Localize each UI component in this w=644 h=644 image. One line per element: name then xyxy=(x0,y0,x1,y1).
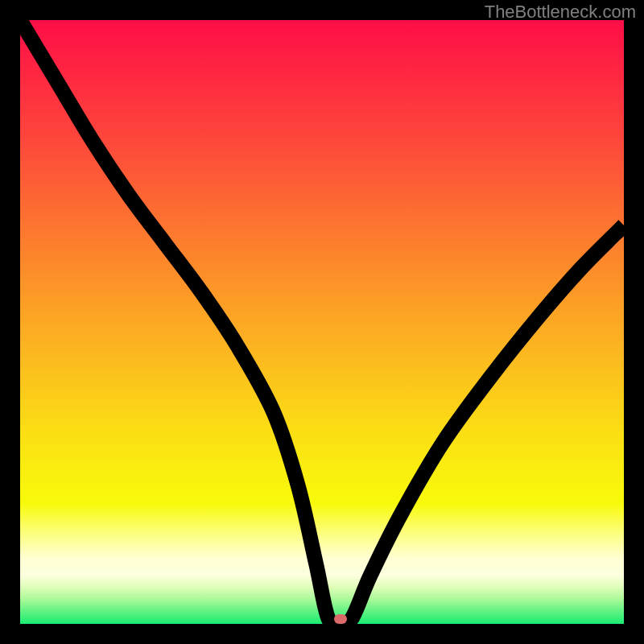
optimum-marker xyxy=(334,614,347,624)
attribution-text: TheBottleneck.com xyxy=(485,2,636,23)
plot-area xyxy=(20,20,624,624)
chart-container: TheBottleneck.com xyxy=(0,0,644,644)
bottleneck-curve xyxy=(20,20,624,624)
